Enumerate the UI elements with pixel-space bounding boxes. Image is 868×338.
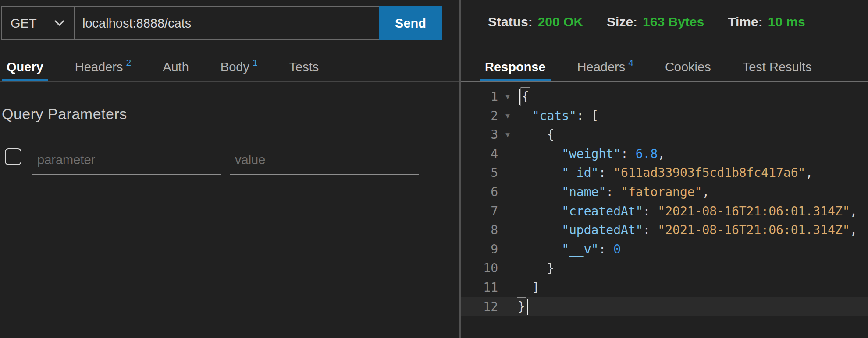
token: "weight" <box>562 147 621 161</box>
tab-cookies[interactable]: Cookies <box>665 53 711 82</box>
fold-arrow-icon[interactable]: ▾ <box>498 106 517 126</box>
indent-guide <box>547 144 547 164</box>
response-body-editor[interactable]: 1▾{2▾ "cats": [3▾ {4 "weight": 6.8,5 "_i… <box>461 87 868 316</box>
response-tabs-divider <box>461 81 868 82</box>
indent-guide <box>547 163 547 183</box>
code-text[interactable]: { <box>517 125 868 144</box>
tab-query[interactable]: Query <box>7 53 43 82</box>
line-number: 2 <box>461 106 498 126</box>
code-line: 8 "updatedAt": "2021-08-16T21:06:01.314Z… <box>461 221 868 240</box>
chevron-down-icon <box>54 20 65 27</box>
code-text[interactable]: { <box>517 87 868 106</box>
line-number: 3 <box>461 125 498 144</box>
token: "_id" <box>562 165 598 180</box>
token: : <box>643 223 658 237</box>
line-number: 4 <box>461 144 498 164</box>
token: : <box>643 204 658 218</box>
query-parameters-heading: Query Parameters <box>2 106 127 123</box>
response-meta-row: Status:200 OKSize:163 BytesTime:10 ms <box>488 11 805 32</box>
fold-gutter <box>498 183 517 202</box>
token: , <box>850 204 857 218</box>
code-line: 12} <box>461 297 868 317</box>
tab-label: Auth <box>163 60 189 74</box>
code-line: 1▾{ <box>461 87 868 106</box>
tab-headers[interactable]: Headers4 <box>577 53 633 82</box>
panel-divider[interactable] <box>459 0 461 338</box>
code-text[interactable]: "_id": "611ad33903f5cd1b8fc417a6", <box>517 163 868 183</box>
status-label: Status: <box>488 14 533 29</box>
tab-label: Body <box>221 60 249 74</box>
code-text[interactable]: "cats": [ <box>517 106 868 126</box>
line-number: 9 <box>461 240 498 259</box>
url-input[interactable] <box>74 6 380 40</box>
param-row-checkbox[interactable] <box>5 148 21 165</box>
token <box>517 223 562 237</box>
token: "createdAt" <box>562 204 643 218</box>
token: { <box>547 127 554 142</box>
request-tabs: QueryHeaders2AuthBody1Tests <box>7 53 319 82</box>
tab-test-results[interactable]: Test Results <box>743 53 812 82</box>
code-text[interactable]: } <box>517 297 868 317</box>
code-line: 7 "createdAt": "2021-08-16T21:06:01.314Z… <box>461 202 868 221</box>
token: "cats" <box>532 109 576 123</box>
code-line: 2▾ "cats": [ <box>461 106 868 126</box>
code-text[interactable]: "weight": 6.8, <box>517 144 868 164</box>
fold-arrow-icon[interactable]: ▾ <box>498 87 517 106</box>
code-line: 6 "name": "fatorange", <box>461 183 868 202</box>
tab-body[interactable]: Body1 <box>221 53 258 82</box>
value-input[interactable] <box>230 148 419 175</box>
code-text[interactable]: "updatedAt": "2021-08-16T21:06:01.314Z", <box>517 221 868 240</box>
fold-gutter <box>498 240 517 259</box>
indent-guide <box>547 202 547 221</box>
text-cursor <box>519 89 520 105</box>
tab-response[interactable]: Response <box>485 53 546 82</box>
fold-arrow-icon[interactable]: ▾ <box>498 125 517 144</box>
code-text[interactable]: "name": "fatorange", <box>517 183 868 202</box>
token <box>517 280 532 295</box>
status-value: 200 OK <box>538 14 583 29</box>
token: "name" <box>562 185 606 199</box>
tab-auth[interactable]: Auth <box>163 53 189 82</box>
indent-guide <box>547 240 547 259</box>
time-value: 10 ms <box>768 14 805 29</box>
line-number: 8 <box>461 221 498 240</box>
tab-headers[interactable]: Headers2 <box>75 53 131 82</box>
token <box>517 185 562 199</box>
token <box>517 204 562 218</box>
response-panel: Status:200 OKSize:163 BytesTime:10 ms Re… <box>461 0 868 338</box>
tab-tests[interactable]: Tests <box>289 53 319 82</box>
line-number: 11 <box>461 278 498 297</box>
token: : <box>598 242 613 257</box>
indent-guide <box>547 183 547 202</box>
code-text[interactable]: } <box>517 259 868 278</box>
request-tabs-divider <box>0 81 459 82</box>
line-number: 6 <box>461 183 498 202</box>
fold-gutter <box>498 202 517 221</box>
fold-gutter <box>498 278 517 297</box>
request-panel: GET Send QueryHeaders2AuthBody1Tests Que… <box>0 0 459 338</box>
send-button[interactable]: Send <box>379 6 442 40</box>
token: } <box>547 261 554 275</box>
tab-label: Query <box>7 60 43 74</box>
token: , <box>702 185 709 199</box>
fold-gutter <box>498 221 517 240</box>
token: "__v" <box>562 242 598 257</box>
token <box>517 109 532 123</box>
status-group: Status:200 OK <box>488 14 583 29</box>
size-group: Size:163 Bytes <box>607 14 704 29</box>
code-text[interactable]: "__v": 0 <box>517 240 868 259</box>
token <box>517 127 547 142</box>
token: 0 <box>613 242 621 257</box>
method-select[interactable]: GET <box>1 6 75 40</box>
fold-gutter <box>498 259 517 278</box>
rest-client-window: GET Send QueryHeaders2AuthBody1Tests Que… <box>0 0 868 338</box>
matched-bracket: { <box>521 88 530 106</box>
time-label: Time: <box>728 14 762 29</box>
code-text[interactable]: "createdAt": "2021-08-16T21:06:01.314Z", <box>517 202 868 221</box>
parameter-input[interactable] <box>32 148 221 175</box>
code-line: 10 } <box>461 259 868 278</box>
token: 6.8 <box>636 147 658 161</box>
matched-bracket: } <box>517 298 526 316</box>
size-label: Size: <box>607 14 637 29</box>
code-text[interactable]: ] <box>517 278 868 297</box>
